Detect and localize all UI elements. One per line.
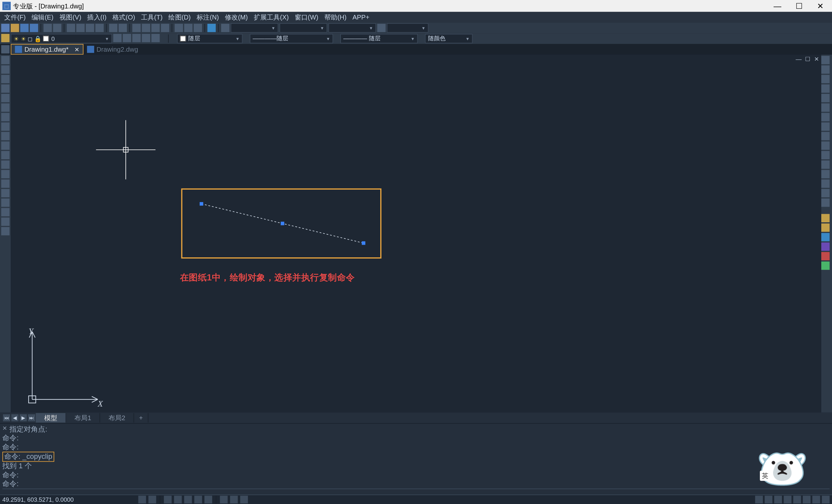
paste-icon[interactable] [86, 24, 94, 32]
undo-icon[interactable] [109, 24, 118, 32]
drawing-canvas[interactable]: — ☐ ✕ 在图纸1中，绘制对象，选择并执行复制命令 [11, 55, 821, 413]
mirror-icon[interactable] [821, 75, 830, 83]
layout-add[interactable]: + [134, 413, 148, 422]
line-icon[interactable] [1, 56, 10, 64]
annoadd-icon[interactable] [774, 496, 782, 503]
zoom-win-icon[interactable] [152, 24, 160, 32]
ellipse-icon[interactable] [1, 141, 10, 150]
textstyle-dropdown[interactable] [280, 23, 327, 32]
layout-model[interactable]: 模型 [36, 413, 66, 422]
layout-2[interactable]: 布局2 [100, 413, 134, 422]
menu-modify[interactable]: 修改(M) [222, 13, 251, 22]
insert-icon[interactable] [1, 161, 10, 169]
layer-prev-icon[interactable] [113, 34, 122, 42]
layout-first-icon[interactable]: ⏮ [3, 414, 10, 421]
model-toggle-icon[interactable] [230, 496, 238, 503]
arc-icon[interactable] [1, 103, 10, 112]
plotstyle-dropdown[interactable]: 随颜色 [425, 34, 473, 43]
scale-icon[interactable] [821, 123, 830, 131]
layout-next-icon[interactable]: ▶ [20, 414, 27, 421]
match-icon[interactable] [95, 24, 104, 32]
polygon-icon[interactable] [1, 84, 10, 93]
layout-prev-icon[interactable]: ◀ [11, 414, 19, 421]
toolpalette-icon[interactable] [194, 24, 202, 32]
cmd-close-icon[interactable]: ✕ [2, 425, 7, 431]
rotate-icon[interactable] [821, 113, 830, 122]
saveas-icon[interactable] [30, 24, 38, 32]
dim-icon[interactable] [221, 24, 230, 32]
array-icon[interactable] [821, 94, 830, 102]
mdi-close-icon[interactable]: ✕ [814, 56, 819, 62]
layer-iso-icon[interactable] [123, 34, 131, 42]
rect-icon[interactable] [1, 94, 10, 102]
menu-view[interactable]: 视图(V) [56, 13, 84, 22]
maximize-button[interactable]: ☐ [796, 2, 803, 10]
layer-off-icon[interactable] [132, 34, 141, 42]
intersect-icon[interactable] [821, 252, 830, 261]
layer-lock-icon[interactable] [152, 34, 160, 42]
layout-last-icon[interactable]: ⏭ [28, 414, 35, 421]
trim-icon[interactable] [821, 141, 830, 150]
temp-track-icon[interactable] [821, 214, 830, 222]
grip-end[interactable] [362, 241, 365, 245]
notify-icon[interactable] [755, 496, 763, 503]
cycle-toggle-icon[interactable] [240, 496, 248, 503]
lwt-toggle-icon[interactable] [204, 496, 212, 503]
color-dropdown[interactable]: 随层 [177, 34, 243, 43]
break-icon[interactable] [821, 161, 830, 169]
tab-close-icon[interactable]: ✕ [74, 46, 79, 53]
menu-ext[interactable]: 扩展工具(X) [251, 13, 292, 22]
menu-window[interactable]: 窗口(W) [292, 13, 321, 22]
pan-icon[interactable] [132, 24, 141, 32]
circle-icon[interactable] [1, 113, 10, 122]
print-icon[interactable] [44, 24, 52, 32]
coords-display[interactable]: 49.2591, 603.5271, 0.0000 [2, 496, 98, 503]
layer-frz-icon[interactable] [142, 34, 150, 42]
mdi-min-icon[interactable]: — [796, 56, 802, 62]
menu-format[interactable]: 格式(O) [109, 13, 138, 22]
offset-icon[interactable] [821, 84, 830, 93]
layout-1[interactable]: 布局1 [66, 413, 100, 422]
copy-icon[interactable] [76, 24, 85, 32]
menu-app[interactable]: APP+ [349, 14, 372, 21]
otrack-toggle-icon[interactable] [194, 496, 202, 503]
move-icon[interactable] [821, 103, 830, 112]
save-icon[interactable] [20, 24, 29, 32]
mdi-max-icon[interactable]: ☐ [805, 56, 810, 62]
snap-toggle-icon[interactable] [149, 496, 156, 503]
help-icon[interactable] [207, 24, 216, 32]
explode-icon[interactable] [821, 198, 830, 207]
center-icon[interactable] [821, 262, 830, 270]
clean-icon[interactable] [822, 496, 830, 503]
lock-ui-icon[interactable] [793, 496, 801, 503]
zoom-prev-icon[interactable] [161, 24, 169, 32]
ime-indicator[interactable]: 英 [760, 471, 770, 481]
table-icon[interactable] [1, 217, 10, 226]
menu-insert[interactable]: 插入(I) [84, 13, 109, 22]
grip-mid[interactable] [281, 221, 284, 225]
designcenter-icon[interactable] [184, 24, 193, 32]
osnap-toggle-icon[interactable] [184, 496, 192, 503]
hw-accel-icon[interactable] [803, 496, 810, 503]
workspace-icon[interactable] [784, 496, 791, 503]
chamfer-icon[interactable] [821, 179, 830, 188]
menu-file[interactable]: 文件(F) [1, 13, 29, 22]
menu-draw[interactable]: 绘图(D) [165, 13, 194, 22]
dimstyle-dropdown[interactable] [231, 23, 279, 32]
menu-dim[interactable]: 标注(N) [194, 13, 222, 22]
point-icon[interactable] [1, 179, 10, 188]
layer-state-dropdown[interactable]: ☀ ☀ ◻ 🔒 0 [11, 34, 112, 43]
minimize-button[interactable]: — [774, 2, 781, 10]
ellipsearc-icon[interactable] [1, 151, 10, 160]
annoscale-icon[interactable] [765, 496, 773, 503]
grip-start[interactable] [200, 202, 203, 206]
aux-dropdown[interactable] [387, 23, 428, 32]
new-icon[interactable] [1, 24, 10, 32]
linetype-dropdown[interactable]: ————随层 [250, 34, 333, 43]
midpoint-icon[interactable] [821, 242, 830, 251]
redo-icon[interactable] [119, 24, 127, 32]
revcloud-icon[interactable] [1, 123, 10, 131]
doc-tab-active[interactable]: Drawing1.dwg* ✕ [11, 44, 83, 55]
mtext-icon[interactable] [1, 227, 10, 236]
doc-tab-inactive[interactable]: Drawing2.dwg [83, 44, 142, 55]
